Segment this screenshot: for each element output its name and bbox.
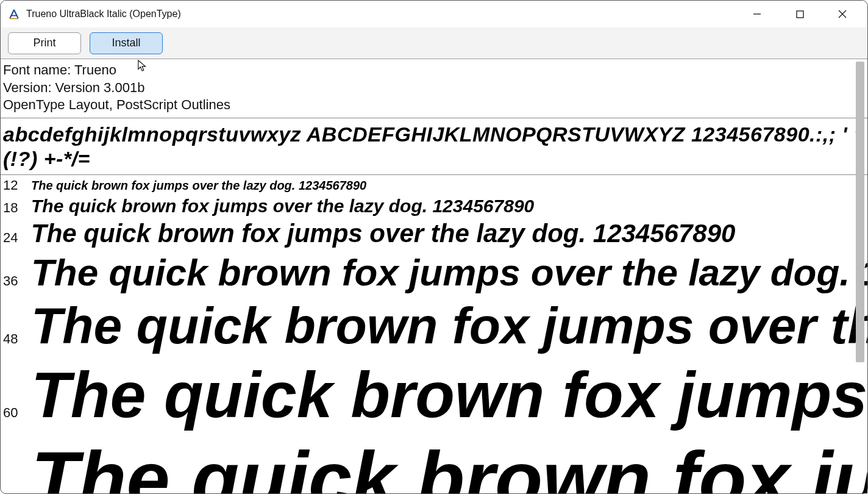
sample-row: 72The quick brown fox jumps over the laz… — [1, 433, 867, 493]
sample-text: The quick brown fox jumps over the lazy … — [31, 358, 867, 432]
minimize-button[interactable] — [736, 1, 778, 27]
sample-text: The quick brown fox jumps over the lazy … — [31, 251, 867, 294]
size-label: 48 — [3, 331, 31, 347]
sample-row: 18The quick brown fox jumps over the laz… — [1, 195, 867, 218]
install-button[interactable]: Install — [90, 32, 163, 54]
close-button[interactable] — [821, 1, 864, 27]
alphabet-block: abcdefghijklmnopqrstuvwxyz ABCDEFGHIJKLM… — [1, 118, 867, 174]
sample-row: 48The quick brown fox jumps over the laz… — [1, 295, 867, 357]
size-label: 12 — [3, 177, 31, 193]
sample-row: 36The quick brown fox jumps over the laz… — [1, 249, 867, 295]
font-viewer-window: Trueno UltraBlack Italic (OpenType) Prin… — [0, 0, 868, 494]
app-icon — [8, 8, 20, 20]
font-version-line: Version: Version 3.001b — [3, 79, 864, 97]
font-tech-line: OpenType Layout, PostScript Outlines — [3, 96, 864, 114]
size-label: 60 — [3, 405, 31, 421]
maximize-button[interactable] — [778, 1, 821, 27]
sample-row: 12The quick brown fox jumps over the laz… — [1, 176, 867, 195]
size-label: 24 — [3, 230, 31, 246]
close-icon — [838, 10, 847, 18]
font-metadata: Font name: Trueno Version: Version 3.001… — [1, 59, 867, 118]
size-label: 36 — [3, 273, 31, 289]
sample-text: The quick brown fox jumps over the lazy … — [31, 179, 366, 193]
alphabet-text: abcdefghijklmnopqrstuvwxyz ABCDEFGHIJKLM… — [3, 122, 865, 171]
scrollbar-vertical[interactable] — [855, 62, 866, 491]
sample-text: The quick brown fox jumps over the lazy … — [31, 434, 867, 493]
window-title: Trueno UltraBlack Italic (OpenType) — [26, 9, 181, 20]
sample-row: 60The quick brown fox jumps over the laz… — [1, 357, 867, 433]
scrollbar-thumb[interactable] — [856, 62, 864, 362]
size-label: 18 — [3, 200, 31, 216]
titlebar: Trueno UltraBlack Italic (OpenType) — [1, 1, 867, 27]
svg-rect-0 — [797, 11, 803, 18]
minimize-icon — [753, 10, 761, 18]
sample-text: The quick brown fox jumps over the lazy … — [31, 196, 534, 217]
toolbar: Print Install — [1, 27, 867, 59]
font-name-line: Font name: Trueno — [3, 62, 864, 79]
sample-row: 24The quick brown fox jumps over the laz… — [1, 218, 867, 249]
scroll-area[interactable]: Font name: Trueno Version: Version 3.001… — [1, 59, 867, 493]
sample-text: The quick brown fox jumps over the lazy … — [31, 296, 867, 356]
sample-text: The quick brown fox jumps over the lazy … — [31, 219, 735, 248]
sample-list: 12The quick brown fox jumps over the laz… — [1, 175, 867, 493]
print-button[interactable]: Print — [8, 32, 81, 54]
maximize-icon — [796, 10, 804, 18]
preview-body: Font name: Trueno Version: Version 3.001… — [1, 59, 867, 493]
